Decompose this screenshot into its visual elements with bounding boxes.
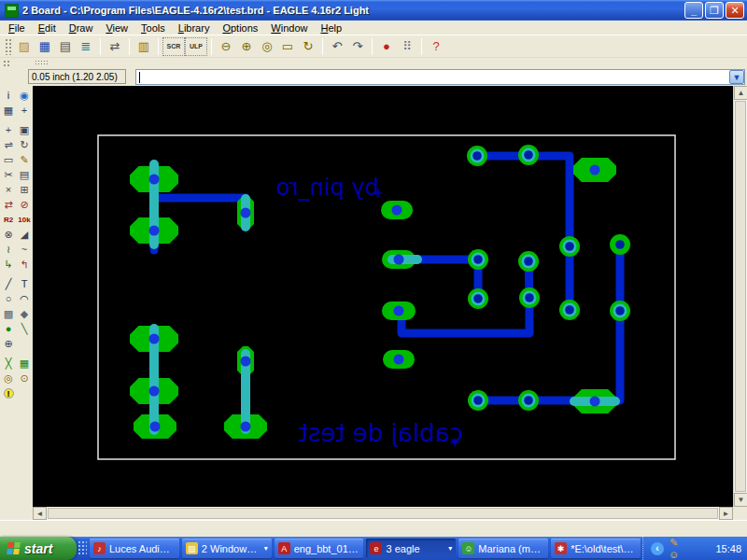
menu-file[interactable]: File xyxy=(2,21,32,35)
pad-hole xyxy=(524,257,533,266)
zoom-in-icon[interactable]: ⊕ xyxy=(236,37,257,56)
tool-add-icon[interactable]: ⊞ xyxy=(17,182,33,197)
tool-info-icon[interactable]: i xyxy=(1,88,17,103)
tool-ripup-icon[interactable]: ↰ xyxy=(17,257,33,272)
command-input[interactable] xyxy=(136,71,729,83)
menu-options[interactable]: Options xyxy=(216,21,264,35)
tool-errors-icon[interactable]: ! xyxy=(1,385,17,400)
minimize-button[interactable]: _ xyxy=(684,2,703,19)
run-script-icon[interactable]: SCR xyxy=(162,37,185,56)
vertical-scroll-thumb[interactable] xyxy=(735,101,746,492)
task-group-dropdown-icon[interactable]: ▾ xyxy=(448,544,452,553)
taskbar-task-messenger[interactable]: ☺Mariana (maria... xyxy=(458,539,548,558)
scroll-up-icon[interactable]: ▲ xyxy=(734,86,747,100)
menu-tools[interactable]: Tools xyxy=(134,21,172,35)
board-schematic-swap-icon[interactable]: ⇄ xyxy=(105,37,125,56)
tool-group-icon[interactable]: ▭ xyxy=(1,152,17,167)
toolbar2-drag-handle[interactable] xyxy=(3,60,9,66)
horizontal-scroll-thumb[interactable] xyxy=(48,508,718,519)
silk-text-mirrored: cablaj de test xyxy=(299,419,463,447)
tool-text-icon[interactable]: T xyxy=(17,276,33,291)
tool-name-icon[interactable]: R2 xyxy=(1,212,17,227)
scroll-left-icon[interactable]: ◄ xyxy=(33,507,47,520)
cam-processor-icon[interactable]: ≣ xyxy=(76,37,96,56)
start-button[interactable]: start xyxy=(0,537,77,560)
tool-circle-icon[interactable]: ○ xyxy=(1,291,17,306)
toolbar-drag-handle[interactable] xyxy=(5,38,11,55)
tool-miter-icon[interactable]: ◢ xyxy=(17,227,33,242)
tool-cut-icon[interactable]: ✂ xyxy=(1,167,17,182)
tool-optimize-icon[interactable]: ~ xyxy=(17,242,33,257)
zoom-select-icon[interactable]: ▭ xyxy=(277,37,298,56)
tool-show-icon[interactable]: ◉ xyxy=(17,88,33,103)
zoom-fit-icon[interactable]: ◎ xyxy=(257,37,277,56)
tool-copy-icon[interactable]: ▣ xyxy=(17,122,33,137)
tool-mark-icon[interactable]: + xyxy=(17,103,33,118)
scroll-down-icon[interactable]: ▼ xyxy=(734,493,747,507)
board-canvas[interactable]: by pin_rocablaj de test xyxy=(33,86,733,507)
tool-hole-icon[interactable]: ⊕ xyxy=(1,336,17,351)
tool-arc-icon[interactable]: ◠ xyxy=(17,291,33,306)
tool-move-icon[interactable]: + xyxy=(1,122,17,137)
taskbar-task-editor[interactable]: ✱*E:\old\test\sit... xyxy=(551,539,641,558)
print-icon[interactable]: ▤ xyxy=(55,37,76,56)
tool-paste-icon[interactable]: ▤ xyxy=(17,167,33,182)
menu-edit[interactable]: Edit xyxy=(32,21,63,35)
redo-icon[interactable]: ↷ xyxy=(347,37,368,56)
taskbar-task-pdf[interactable]: Aeng_bbt_01-0... xyxy=(275,539,364,558)
tool-auto-icon[interactable]: ▦ xyxy=(17,356,33,371)
tool-split-icon[interactable]: ≀ xyxy=(1,242,17,257)
tool-pinswap-icon[interactable]: ⇄ xyxy=(1,197,17,212)
taskbar-task-eagle[interactable]: e3 eagle▾ xyxy=(366,539,456,558)
zoom-out-icon[interactable]: ⊖ xyxy=(216,37,236,56)
window-title: 2 Board - C:\Program Files\EAGLE-4.16r2\… xyxy=(22,5,684,16)
tool-replace-icon[interactable]: ⊘ xyxy=(17,197,33,212)
tool-change-icon[interactable]: ✎ xyxy=(17,152,33,167)
hide-icons-chevron-icon[interactable]: ‹ xyxy=(651,542,664,555)
task-group-dropdown-icon[interactable]: ▾ xyxy=(264,544,268,553)
tool-rotate-icon[interactable]: ↻ xyxy=(17,137,33,152)
menu-draw[interactable]: Draw xyxy=(63,21,100,35)
tool-rect-icon[interactable]: ▩ xyxy=(1,306,17,321)
tool-delete-icon[interactable]: × xyxy=(1,182,17,197)
tool-smash-icon[interactable]: ⊗ xyxy=(1,227,17,242)
tool-value-icon[interactable]: 10k xyxy=(17,212,33,227)
scroll-right-icon[interactable]: ► xyxy=(719,507,733,520)
zoom-redraw-icon[interactable]: ↻ xyxy=(298,37,318,56)
tool-drc-select-icon[interactable]: ⊙ xyxy=(17,371,33,385)
open-icon[interactable]: ▨ xyxy=(14,37,35,56)
menu-view[interactable]: View xyxy=(99,21,134,35)
menu-help[interactable]: Help xyxy=(314,21,348,35)
taskbar-task-audio[interactable]: ♪Luces Audio Rí... xyxy=(90,539,179,558)
horizontal-scrollbar[interactable]: ◄ ► xyxy=(33,507,733,520)
tool-route-icon[interactable]: ↳ xyxy=(1,257,17,272)
pad-hole xyxy=(241,357,251,367)
undo-icon[interactable]: ↶ xyxy=(327,37,347,56)
pen-tablet-icon[interactable]: ✎ xyxy=(668,537,680,549)
traffic-light-icon[interactable]: ⠿ xyxy=(397,37,417,56)
tool-mirror-icon[interactable]: ⇌ xyxy=(1,137,17,152)
tool-display-icon[interactable]: ▦ xyxy=(1,103,17,118)
smiley-icon[interactable]: ☺ xyxy=(668,549,680,560)
menu-library[interactable]: Library xyxy=(172,21,217,35)
tool-ratsnest-icon[interactable]: ╳ xyxy=(1,356,17,371)
save-icon[interactable]: ▦ xyxy=(35,37,55,56)
taskbar-task-folder[interactable]: ▨2 Windows E...▾ xyxy=(182,539,272,558)
tool-signal-icon[interactable]: ╲ xyxy=(17,321,33,336)
silk-text-mirrored: by pin_ro xyxy=(276,175,379,201)
scrollbar-corner-right xyxy=(733,507,747,520)
menu-window[interactable]: Window xyxy=(264,21,314,35)
tool-polygon-icon[interactable]: ◆ xyxy=(17,306,33,321)
vertical-scrollbar[interactable]: ▲ ▼ xyxy=(733,86,747,507)
tool-wire-icon[interactable]: ╱ xyxy=(1,276,17,291)
tool-via-icon[interactable]: ● xyxy=(1,321,17,336)
stop-icon[interactable]: ● xyxy=(376,37,397,56)
tool-drc-icon[interactable]: ◎ xyxy=(1,371,17,385)
library-icon[interactable]: ▥ xyxy=(134,37,154,56)
close-button[interactable]: ✕ xyxy=(726,2,744,19)
run-ulp-icon[interactable]: ULP xyxy=(185,37,207,56)
restore-button[interactable]: ❐ xyxy=(705,2,724,19)
command-dropdown-arrow-icon[interactable]: ▼ xyxy=(729,70,744,84)
parameter-bar: 0.05 inch (1.20 2.05) ▼ xyxy=(0,67,747,86)
help-icon[interactable]: ? xyxy=(426,37,446,56)
